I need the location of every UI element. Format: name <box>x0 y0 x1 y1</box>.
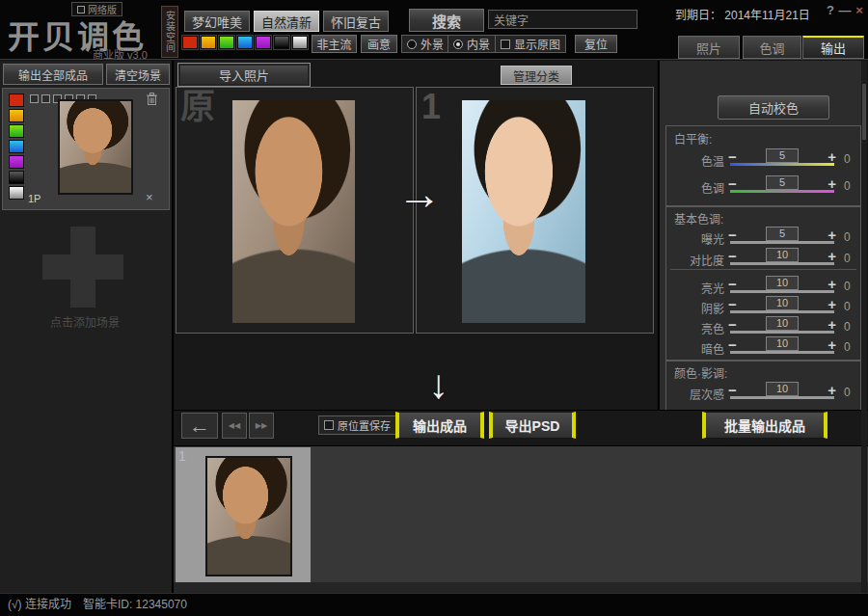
color-swatch-blue[interactable] <box>237 36 253 49</box>
slider-track[interactable]: − 10 + <box>730 298 834 313</box>
keyword-input[interactable] <box>488 10 637 29</box>
preset-retro-button[interactable]: 怀旧复古 <box>323 11 389 32</box>
slider-track[interactable]: − 5 + <box>730 228 834 244</box>
filmstrip-thumbnail[interactable] <box>205 456 292 576</box>
edition-label: 商业版 v3.0 <box>93 46 148 62</box>
scene-swatch-black[interactable] <box>9 171 24 184</box>
slider-track[interactable]: − 10 + <box>730 384 834 399</box>
slider-step-box[interactable]: 10 <box>766 296 799 310</box>
slider-track[interactable]: − 10 + <box>730 338 834 354</box>
slider-track[interactable]: − 5 + <box>730 150 834 166</box>
increase-button[interactable]: + <box>827 175 836 192</box>
reset-button[interactable]: 复位 <box>575 35 617 53</box>
save-in-place-box-icon[interactable] <box>324 420 334 430</box>
increase-button[interactable]: + <box>827 248 836 264</box>
manage-categories-button[interactable]: 管理分类 <box>501 66 572 85</box>
slider-value: 0 <box>844 230 859 244</box>
radio-indoor[interactable]: 内景 <box>448 35 496 53</box>
add-scene-plus-icon[interactable] <box>42 227 123 308</box>
install-space-vertical-tab[interactable]: 安装空间 <box>161 6 178 58</box>
import-photos-button[interactable]: 导入照片 <box>177 63 311 87</box>
add-scene-label[interactable]: 点击添加场景 <box>0 313 170 330</box>
slider-track[interactable]: − 10 + <box>730 278 834 293</box>
increase-button[interactable]: + <box>827 296 836 312</box>
slider-value: 0 <box>844 386 859 399</box>
slider-track[interactable]: − 10 + <box>730 250 834 265</box>
increase-button[interactable]: + <box>827 276 836 292</box>
slider-track[interactable]: − 5 + <box>730 177 834 193</box>
tab-tone[interactable]: 色调 <box>743 36 801 59</box>
search-button[interactable]: 搜索 <box>409 9 484 32</box>
slider-step-box[interactable]: 10 <box>766 316 799 331</box>
auto-color-button[interactable]: 自动校色 <box>718 95 829 120</box>
slider-step-box[interactable]: 10 <box>766 276 799 290</box>
batch-output-button[interactable]: 批量输出成品 <box>702 412 827 439</box>
increase-button[interactable]: + <box>827 382 836 398</box>
scene-swatch-orange[interactable] <box>9 109 24 122</box>
tab-output[interactable]: 输出 <box>802 36 864 59</box>
scene-checkbox-2[interactable] <box>41 94 50 103</box>
slider-label: 色调 <box>668 179 724 196</box>
previous-photo-button[interactable]: ◀◀ <box>222 413 247 439</box>
preset-natural-fresh-button[interactable]: 自然清新 <box>254 11 319 32</box>
scene-checkbox-1[interactable] <box>30 94 39 103</box>
slider-step-box[interactable]: 10 <box>766 382 799 396</box>
right-scrollbar-thumb[interactable] <box>862 84 866 140</box>
tab-photos[interactable]: 照片 <box>678 36 740 59</box>
slider-value: 0 <box>844 340 859 354</box>
filmstrip-scroll-area[interactable] <box>174 582 868 593</box>
show-original-checkbox[interactable]: 显示原图 <box>495 35 566 53</box>
filmstrip-selected-cell[interactable]: 1 <box>176 447 311 582</box>
radio-indoor-icon[interactable] <box>453 40 463 49</box>
increase-button[interactable]: + <box>827 316 836 333</box>
show-original-box-icon[interactable] <box>501 40 510 49</box>
slider-line <box>730 262 834 265</box>
color-swatch-purple[interactable] <box>256 36 271 49</box>
filter-painting-button[interactable]: 画意 <box>361 35 397 53</box>
radio-outdoor-icon[interactable] <box>407 40 417 49</box>
scene-thumbnail[interactable] <box>58 99 133 195</box>
clear-scenes-button[interactable]: 清空场景 <box>106 64 170 85</box>
scene-swatch-red[interactable] <box>9 94 24 107</box>
export-psd-button[interactable]: 导出PSD <box>489 412 576 439</box>
delete-scene-trash-icon[interactable] <box>146 93 158 106</box>
output-final-button[interactable]: 输出成品 <box>395 412 484 439</box>
right-scrollbar[interactable] <box>861 61 867 593</box>
slider-step-box[interactable]: 5 <box>766 148 799 163</box>
scene-swatch-white[interactable] <box>9 186 24 200</box>
filter-non-mainstream-button[interactable]: 非主流 <box>312 35 357 53</box>
save-in-place-checkbox[interactable]: 原位置保存 <box>318 415 396 435</box>
minimize-button[interactable]: — <box>838 3 852 17</box>
color-swatch-white[interactable] <box>292 36 308 49</box>
next-photo-button[interactable]: ▶▶ <box>249 413 274 439</box>
slider-step-box[interactable]: 10 <box>766 336 799 351</box>
back-arrow-button[interactable]: ← <box>181 413 218 439</box>
increase-button[interactable]: + <box>827 227 836 243</box>
preset-dreamy-button[interactable]: 梦幻唯美 <box>184 11 250 32</box>
slider-value: 0 <box>844 252 859 265</box>
color-swatch-red[interactable] <box>182 36 198 49</box>
slider-track[interactable]: − 10 + <box>730 318 834 334</box>
color-swatch-black[interactable] <box>274 36 289 49</box>
result-photo[interactable] <box>462 100 585 323</box>
original-photo[interactable] <box>232 100 355 323</box>
scene-sidebar: 输出全部成品 清空场景 <box>0 61 174 593</box>
color-swatch-orange[interactable] <box>201 36 216 49</box>
scene-swatch-green[interactable] <box>9 124 24 138</box>
scene-swatch-purple[interactable] <box>9 155 24 169</box>
increase-button[interactable]: + <box>827 148 836 165</box>
output-all-scenes-button[interactable]: 输出全部成品 <box>3 64 103 85</box>
remove-scene-x-icon[interactable]: × <box>146 190 153 204</box>
slider-step-box[interactable]: 10 <box>766 248 799 262</box>
increase-button[interactable]: + <box>827 336 836 353</box>
close-button[interactable]: × <box>853 3 866 17</box>
slider-step-box[interactable]: 5 <box>766 175 799 190</box>
color-swatch-green[interactable] <box>219 36 234 49</box>
photo-filmstrip[interactable]: 1 <box>174 445 868 582</box>
scene-card[interactable]: 1P × <box>2 88 170 210</box>
slider-step-box[interactable]: 5 <box>766 227 799 241</box>
help-button[interactable]: ? <box>824 3 837 17</box>
radio-outdoor[interactable]: 外景 <box>401 35 449 53</box>
scene-swatch-blue[interactable] <box>9 140 24 153</box>
slider-line <box>730 331 834 334</box>
